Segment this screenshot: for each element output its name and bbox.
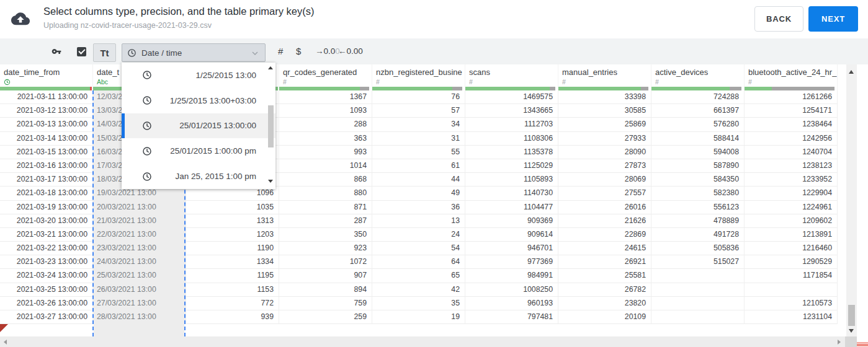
table-cell[interactable]: 2021-03-11 13:00:00 <box>0 90 93 104</box>
scroll-up-icon[interactable] <box>849 70 854 74</box>
table-cell[interactable]: 26016 <box>558 201 651 214</box>
table-cell[interactable]: 27/03/2021 13:00 <box>93 297 186 310</box>
column-header-active_devices[interactable]: active_devices# <box>651 64 745 90</box>
table-cell[interactable]: 13 <box>372 214 465 228</box>
table-cell[interactable]: 946701 <box>465 242 558 255</box>
table-cell[interactable]: 20109 <box>558 310 651 324</box>
table-cell[interactable]: 960193 <box>465 297 558 310</box>
table-cell[interactable]: 26/03/2021 13:00 <box>93 283 186 297</box>
table-cell[interactable]: 505836 <box>651 242 745 255</box>
scroll-down-icon[interactable] <box>268 180 273 183</box>
column-include-checkbox[interactable] <box>77 47 86 56</box>
scroll-down-icon[interactable] <box>849 329 854 333</box>
table-cell[interactable]: 2021-03-14 13:00:00 <box>0 132 93 146</box>
table-cell[interactable]: 25869 <box>558 118 651 131</box>
table-cell[interactable]: 1171854 <box>745 269 838 283</box>
dropdown-scrollbar[interactable] <box>267 64 275 187</box>
table-cell[interactable]: 1469575 <box>465 90 558 104</box>
table-cell[interactable]: 23820 <box>558 297 651 310</box>
table-cell[interactable]: 54 <box>372 242 465 255</box>
table-cell[interactable]: 65 <box>372 269 465 283</box>
table-cell[interactable]: 871 <box>279 201 372 214</box>
table-cell[interactable]: 2021-03-21 13:00:00 <box>0 228 93 242</box>
table-cell[interactable]: 1209602 <box>745 214 838 228</box>
table-cell[interactable]: 797481 <box>465 310 558 324</box>
table-cell[interactable]: 1334 <box>186 255 279 269</box>
table-cell[interactable]: 1254171 <box>745 104 838 118</box>
table-cell[interactable]: 44 <box>372 173 465 187</box>
table-cell[interactable]: 1104477 <box>465 201 558 214</box>
table-cell[interactable]: 1072 <box>279 255 372 269</box>
table-cell[interactable]: 2021-03-26 13:00:00 <box>0 297 93 310</box>
table-cell[interactable]: 724288 <box>651 90 745 104</box>
text-type-button[interactable]: Tt <box>93 43 116 62</box>
table-cell[interactable]: 1105893 <box>465 173 558 187</box>
table-cell[interactable]: 76 <box>372 90 465 104</box>
table-cell[interactable]: 661397 <box>651 104 745 118</box>
table-cell[interactable]: 1195 <box>186 269 279 283</box>
table-cell[interactable]: 61 <box>372 159 465 173</box>
table-cell[interactable]: 64 <box>372 255 465 269</box>
table-cell[interactable]: 1153 <box>186 283 279 297</box>
column-header-nzbn_registered_busine[interactable]: nzbn_registered_busine# <box>372 64 465 90</box>
table-cell[interactable]: 28069 <box>558 173 651 187</box>
table-cell[interactable]: 576280 <box>651 118 745 131</box>
column-type-select[interactable]: Date / time <box>122 43 266 62</box>
table-cell[interactable]: 19 <box>372 310 465 324</box>
table-cell[interactable]: 1290529 <box>745 255 838 269</box>
table-cell[interactable]: 23/03/2021 13:00 <box>93 242 186 255</box>
table-cell[interactable]: 287 <box>279 214 372 228</box>
table-cell[interactable]: 55 <box>372 146 465 159</box>
table-cell[interactable]: 1140730 <box>465 187 558 200</box>
table-cell[interactable]: 1367 <box>279 90 372 104</box>
table-cell[interactable] <box>651 283 745 297</box>
table-cell[interactable]: 1233952 <box>745 173 838 187</box>
table-cell[interactable]: 1231104 <box>745 310 838 324</box>
table-cell[interactable]: 2021-03-18 13:00:00 <box>0 187 93 200</box>
table-cell[interactable]: 2021-03-20 13:00:00 <box>0 214 93 228</box>
table-cell[interactable]: 21/03/2021 13:00 <box>93 214 186 228</box>
table-cell[interactable]: 515027 <box>651 255 745 269</box>
table-cell[interactable]: 1216460 <box>745 242 838 255</box>
table-cell[interactable]: 33398 <box>558 90 651 104</box>
number-type-button[interactable]: # <box>278 46 283 56</box>
table-cell[interactable]: 36 <box>372 201 465 214</box>
table-cell[interactable]: 2021-03-12 13:00:00 <box>0 104 93 118</box>
table-cell[interactable]: 350 <box>279 228 372 242</box>
decrease-decimal-button[interactable]: ←0.00 <box>338 46 363 56</box>
table-cell[interactable]: 2021-03-23 13:00:00 <box>0 255 93 269</box>
primary-key-icon[interactable] <box>50 46 63 59</box>
table-cell[interactable]: 1112703 <box>465 118 558 131</box>
table-cell[interactable]: 2021-03-13 13:00:00 <box>0 118 93 131</box>
table-cell[interactable]: 582380 <box>651 187 745 200</box>
table-cell[interactable]: 984991 <box>465 269 558 283</box>
table-cell[interactable]: 259 <box>279 310 372 324</box>
scroll-right-icon[interactable] <box>838 340 841 345</box>
table-cell[interactable]: 993 <box>279 146 372 159</box>
table-cell[interactable]: 2021-03-24 13:00:00 <box>0 269 93 283</box>
table-cell[interactable]: 977369 <box>465 255 558 269</box>
table-cell[interactable]: 2021-03-22 13:00:00 <box>0 242 93 255</box>
table-cell[interactable]: 25581 <box>558 269 651 283</box>
column-header-qr_codes_generated[interactable]: qr_codes_generated# <box>279 64 372 90</box>
table-cell[interactable]: 1008250 <box>465 283 558 297</box>
table-cell[interactable]: 24 <box>372 228 465 242</box>
table-cell[interactable]: 587890 <box>651 159 745 173</box>
table-cell[interactable]: 24615 <box>558 242 651 255</box>
date-format-option[interactable]: 25/01/2015 1:00:00 pm <box>122 138 275 164</box>
back-button[interactable]: BACK <box>754 6 803 32</box>
table-cell[interactable]: 1108306 <box>465 132 558 146</box>
table-cell[interactable]: 1313 <box>186 214 279 228</box>
table-cell[interactable]: 1240704 <box>745 146 838 159</box>
column-header-scans[interactable]: scans# <box>465 64 558 90</box>
table-cell[interactable]: 2021-03-17 13:00:00 <box>0 173 93 187</box>
table-cell[interactable]: 22869 <box>558 228 651 242</box>
table-cell[interactable]: 1238123 <box>745 159 838 173</box>
table-cell[interactable]: 909614 <box>465 228 558 242</box>
date-format-option[interactable]: 1/25/2015 13:00+03:00 <box>122 88 275 113</box>
table-cell[interactable]: 20/03/2021 13:00 <box>93 201 186 214</box>
table-cell[interactable]: 2021-03-16 13:00:00 <box>0 159 93 173</box>
date-format-option[interactable]: Jan 25, 2015 1:00 pm <box>122 164 275 189</box>
table-cell[interactable]: 556123 <box>651 201 745 214</box>
table-cell[interactable]: 27873 <box>558 159 651 173</box>
